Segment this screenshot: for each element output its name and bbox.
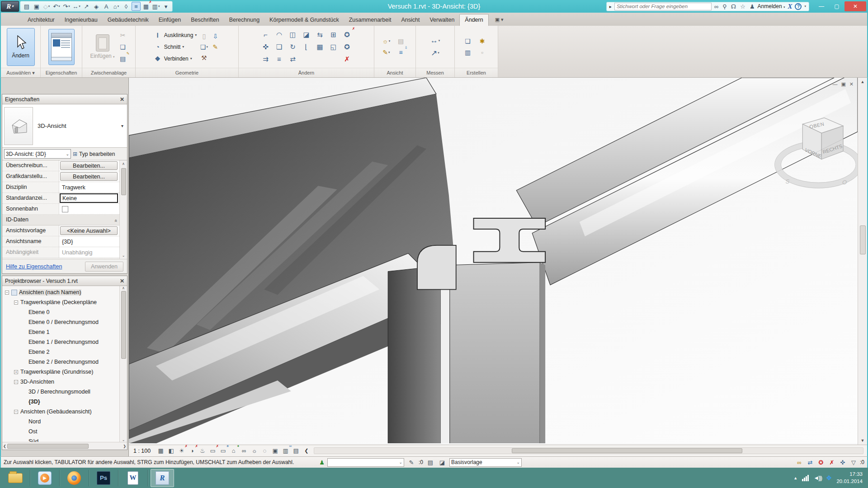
tab-einfuegen[interactable]: Einfügen [154,14,186,26]
locked-3d-view-icon[interactable]: ⌂✦ [229,446,238,455]
view-scale[interactable]: 1 : 100 [131,448,155,454]
measure-between-refs-icon[interactable]: ↔ [428,36,443,46]
ausklinkung-button[interactable]: Ⅰ Ausklinkung ▾ [153,30,197,41]
project-browser-close-icon[interactable]: ✕ [120,278,124,284]
override-graphics-icon[interactable]: ▤ [396,36,406,47]
canvas-hscrollbar[interactable] [314,447,863,454]
default-3d-view-icon[interactable]: ⌂ [112,2,121,11]
spacer[interactable] [313,53,327,65]
tree-ansichten-nach-namen[interactable]: Ansichten (nach Namen) [2,287,119,297]
scroll-left-icon[interactable]: ❮ [3,444,6,448]
tab-ansicht[interactable]: Ansicht [396,14,425,26]
scrollbar-thumb[interactable] [121,168,126,195]
spacer[interactable] [300,53,313,65]
worksharing-status-icon[interactable]: ♟ [319,459,325,466]
tree-nord[interactable]: Nord [2,417,119,427]
scroll-up-icon[interactable]: ∧ [122,286,125,290]
reveal-constraints-icon[interactable]: ▣ [270,446,280,455]
taskbar-firefox-button[interactable] [62,469,86,487]
tree-ost[interactable]: Ost [2,427,119,436]
delete-icon[interactable]: ✗ [340,53,354,65]
measure-icon[interactable]: ↔ [72,2,81,11]
tree-ebene-1-berechnung[interactable]: Ebene 1 / Berechnungsmod [2,337,119,347]
taskbar-mediaplayer-button[interactable]: ▶ [33,469,57,487]
scrollbar-thumb[interactable] [7,444,89,449]
pinned-elements-icon[interactable]: ✪ [816,458,826,467]
aligned-dimension-icon[interactable]: ↗ [82,2,91,11]
tree-expander-icon[interactable] [14,380,18,384]
tab-aendern[interactable]: Ändern [459,14,488,26]
tree-ebene-2[interactable]: Ebene 2 [2,347,119,357]
3d-view[interactable]: S O OBEN VORNE RECHTS [129,78,858,443]
tab-berechnung[interactable]: Berechnung [224,14,264,26]
linework-icon[interactable]: ✎ [381,47,392,58]
tab-verwalten[interactable]: Verwalten [425,14,459,26]
trim-extend-multiple-icon[interactable]: ≡ [273,53,286,65]
tree-ebene-1[interactable]: Ebene 1 [2,327,119,337]
scrollbar-thumb[interactable] [512,448,742,453]
tree-3d-current[interactable]: {3D} [2,397,119,407]
tree-ebene-0-berechnung[interactable]: Ebene 0 / Berechnungsmod [2,317,119,327]
clock[interactable]: 17:33 20.01.2014 [836,471,864,485]
matrix-icon[interactable]: ▦ [313,41,327,53]
panel-caption-erstellen[interactable]: Erstellen [455,68,498,77]
create-dimension-icon[interactable]: ↗ [428,48,443,58]
sync-with-central-icon[interactable]: ◇ [42,2,51,11]
array-icon[interactable]: ⊞ [327,28,340,41]
panel-caption-messen[interactable]: Messen [416,68,454,77]
taskbar-word-button[interactable]: W [121,469,145,487]
paste-button[interactable]: Einfügen ▾ [90,28,116,66]
switch-windows-icon[interactable]: ▥ [151,2,160,11]
volume-icon[interactable]: ◄))) [813,474,821,481]
column-flange-face[interactable] [450,263,540,444]
tab-beschriften[interactable]: Beschriften [186,14,224,26]
view-restore-icon[interactable]: ▣ [841,81,845,87]
project-browser-header[interactable]: Projektbrowser - Versuch 1.rvt ✕ [2,276,127,286]
open-icon[interactable]: ▤ [22,2,31,11]
row-ansichtsvorlage[interactable]: Ansichtsvorlage <Keine Auswahl> [2,225,119,236]
cut-profile-icon[interactable]: ≡⇩ [396,47,406,58]
hide-elements-icon[interactable]: ☼ [381,36,392,47]
search-input[interactable] [614,3,712,10]
infocenter-collapse-icon[interactable]: ▸ [609,4,612,9]
sign-in-button[interactable]: Anmelden ▾ [758,3,785,9]
help-dropdown-icon[interactable]: ▾ [804,5,806,8]
browser-hscrollbar[interactable]: ❮ ❯ [2,442,127,450]
create-group-icon[interactable]: ❏ [462,36,473,47]
panel-caption-ansicht[interactable]: Ansicht [374,68,415,77]
scroll-down-icon[interactable]: ⌄ [122,438,125,442]
row-abhaengigkeit[interactable]: Abhängigkeit Unabhängig [2,247,119,258]
swap-icon[interactable]: ⇄ [286,53,300,65]
show-crop-region-icon[interactable]: ▭☀ [218,446,228,455]
row-ueberschreibungen[interactable]: Überschreibun... Bearbeiten... [2,160,119,171]
tree-ansichten-gebaeude[interactable]: Ansichten (Gebäudeansicht) [2,407,119,417]
dropbox-icon[interactable]: ❖ [826,474,832,482]
verbinden-button[interactable]: ❖ Verbinden ▾ [153,53,197,64]
tree-ebene-0[interactable]: Ebene 0 [2,307,119,317]
tree-expander-icon[interactable] [14,300,18,305]
tray-expand-icon[interactable]: ▲ [793,476,797,480]
cut-icon[interactable]: ✂ [118,30,128,40]
rotate-icon[interactable]: ↻ [286,41,300,53]
tag-icon[interactable]: ◈ [92,2,101,11]
worksharing-display-settings-icon[interactable]: ∞ [795,458,804,467]
displaced-elements-icon[interactable]: ▤ [291,446,301,455]
close-button[interactable]: ✕ [844,1,866,11]
trim-extend-corner-icon[interactable]: ⌊ [300,41,313,53]
scrollbar-thumb[interactable] [121,291,126,359]
mirror-axis-icon[interactable]: ⇆ [313,28,327,41]
view-close-icon[interactable]: ✕ [849,81,854,87]
text-icon[interactable]: A [102,2,111,11]
browser-scrollbar[interactable]: ∧ ⌄ [119,286,127,442]
properties-close-icon[interactable]: ✕ [120,96,124,103]
manage-links-icon[interactable]: ◪ [438,459,447,466]
pin-icon[interactable]: ✪ [340,41,354,53]
tree-tragwerksplaene-grundrisse[interactable]: Tragwerkspläne (Grundrisse) [2,367,119,377]
row-standardanzeige[interactable]: Standardanzei... Keine [2,193,119,204]
tab-zusammenarbeit[interactable]: Zusammenarbeit [344,14,396,26]
apply-button[interactable]: Anwenden [85,262,123,272]
editable-only-icon[interactable]: ⇄ [806,458,815,467]
exclude-options-icon[interactable]: ✗ [827,458,836,467]
move-icon[interactable]: ✜ [259,41,273,53]
match-type-icon[interactable]: ▤✎ [118,53,128,64]
